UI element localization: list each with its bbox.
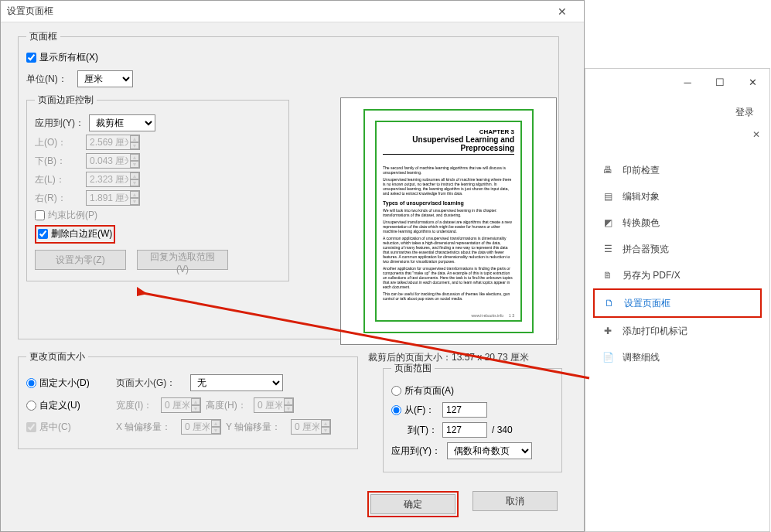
- apply-to-label: 应用到(Y)：: [35, 117, 84, 130]
- page-box-group: 页面框 显示所有框(X) 单位(N)： 厘米 页面边距控制: [18, 30, 559, 339]
- menu-save-pdfx[interactable]: 🗎 另存为 PDF/X: [593, 262, 762, 288]
- menu-label: 转换颜色: [623, 217, 660, 230]
- yoff-label: Y 轴偏移量：: [226, 421, 286, 434]
- margin-legend: 页面边距控制: [35, 94, 97, 107]
- set-zero-button[interactable]: 设置为零(Z): [35, 250, 126, 270]
- constrain-input[interactable]: [35, 210, 45, 220]
- saveas-icon: 🗎: [601, 268, 615, 282]
- close-icon[interactable]: ✕: [547, 5, 578, 18]
- width-spinner[interactable]: ▲▼: [161, 397, 201, 413]
- to-label: 到(T)：: [391, 424, 438, 437]
- change-page-size-group: 更改页面大小 固定大小(D) 页面大小(G)： 无 自定义(U) 宽度(I)：: [18, 350, 358, 449]
- menu-printer-marks[interactable]: ✚ 添加打印机标记: [593, 318, 762, 344]
- tools-panel: ─ ☐ ✕ 登录 ✕ 🖶 印前检查 ▤ 编辑对象 ◩ 转换颜色 ☰ 拼合器预览 …: [585, 68, 770, 532]
- tools-menu: 🖶 印前检查 ▤ 编辑对象 ◩ 转换颜色 ☰ 拼合器预览 🗎 另存为 PDF/X…: [585, 151, 769, 377]
- minimize-btn[interactable]: ─: [677, 73, 698, 90]
- panel-sub: 登录: [585, 95, 769, 129]
- menu-flattener-preview[interactable]: ☰ 拼合器预览: [593, 236, 762, 262]
- preview-h2: Types of unsupervised learning: [383, 200, 514, 206]
- range-apply-label: 应用到(Y)：: [391, 445, 442, 458]
- maximize-btn[interactable]: ☐: [709, 73, 731, 90]
- marks-icon: ✚: [601, 324, 615, 338]
- remove-white-highlight: 删除白边距(W): [35, 225, 115, 244]
- menu-fix-hairlines[interactable]: 📄 调整细线: [593, 344, 762, 370]
- width-label: 宽度(I)：: [116, 399, 156, 412]
- menu-label: 印前检查: [623, 164, 660, 177]
- change-size-legend: 更改页面大小: [26, 350, 88, 363]
- page-range-legend: 页面范围: [391, 362, 435, 375]
- menu-set-page-boxes[interactable]: 🗋 设置页面框: [593, 288, 762, 318]
- margin-control-group: 页面边距控制 应用到(Y)： 裁剪框 上(O)： ▲▼: [26, 94, 289, 281]
- page-size-label: 页面大小(G)：: [116, 377, 186, 390]
- close-btn[interactable]: ✕: [742, 73, 763, 90]
- unit-select[interactable]: 厘米: [77, 70, 133, 87]
- show-all-boxes-input[interactable]: [26, 53, 36, 63]
- apply-to-select[interactable]: 裁剪框: [89, 114, 155, 131]
- ok-highlight: 确定: [367, 491, 459, 517]
- menu-label: 添加打印机标记: [623, 325, 687, 338]
- menu-label: 编辑对象: [623, 190, 660, 203]
- remove-white-margins-checkbox[interactable]: 删除白边距(W): [38, 227, 112, 240]
- page-box-legend: 页面框: [26, 30, 60, 43]
- from-radio[interactable]: 从(F)：: [391, 404, 438, 417]
- page-size-select[interactable]: 无: [190, 374, 283, 391]
- window-controls: ─ ☐ ✕: [585, 69, 769, 95]
- left-label: 左(L)：: [35, 173, 81, 186]
- right-label: 右(R)：: [35, 192, 81, 205]
- login-link[interactable]: 登录: [735, 106, 754, 119]
- remove-white-input[interactable]: [38, 229, 48, 239]
- flatten-icon: ☰: [601, 242, 615, 256]
- preview-area: CHAPTER 3 Unsupervised Learning and Prep…: [325, 97, 572, 364]
- preview-chapter: CHAPTER 3: [383, 128, 514, 135]
- height-label: 高度(H)：: [206, 399, 249, 412]
- color-icon: ◩: [601, 216, 615, 230]
- from-input[interactable]: [442, 402, 487, 418]
- constrain-checkbox[interactable]: 约束比例(P): [35, 209, 97, 222]
- all-pages-radio[interactable]: 所有页面(A): [391, 384, 454, 397]
- printer-icon: 🖶: [601, 163, 615, 177]
- titlebar: 设置页面框 ✕: [1, 1, 584, 22]
- dialog-title: 设置页面框: [7, 5, 53, 18]
- preview-page-title: Unsupervised Learning and Preprocessing: [383, 135, 514, 155]
- menu-label: 另存为 PDF/X: [623, 269, 681, 282]
- page-preview: CHAPTER 3 Unsupervised Learning and Prep…: [340, 97, 557, 345]
- panel-close-row: ✕: [585, 129, 769, 151]
- edit-icon: ▤: [601, 189, 615, 203]
- hairline-icon: 📄: [601, 350, 615, 364]
- menu-preflight[interactable]: 🖶 印前检查: [593, 157, 762, 183]
- left-spinner[interactable]: ▲▼: [86, 172, 140, 187]
- center-checkbox[interactable]: 居中(C): [26, 421, 111, 434]
- yoff-spinner[interactable]: ▲▼: [291, 419, 331, 435]
- menu-label: 拼合器预览: [623, 243, 669, 256]
- unit-label: 单位(N)：: [26, 73, 73, 86]
- panel-close-icon[interactable]: ✕: [752, 129, 760, 151]
- menu-label: 调整细线: [623, 351, 660, 364]
- height-spinner[interactable]: ▲▼: [254, 397, 294, 413]
- to-input[interactable]: [442, 422, 487, 438]
- ok-button[interactable]: 确定: [370, 494, 455, 514]
- top-spinner[interactable]: ▲▼: [86, 135, 140, 150]
- pagebox-icon: 🗋: [602, 296, 616, 310]
- cancel-button[interactable]: 取消: [472, 491, 558, 511]
- total-pages: / 340: [492, 425, 513, 435]
- menu-edit-object[interactable]: ▤ 编辑对象: [593, 183, 762, 210]
- xoff-spinner[interactable]: ▲▼: [181, 419, 221, 435]
- set-page-boxes-dialog: 设置页面框 ✕ 页面框 显示所有框(X) 单位(N)： 厘米: [0, 0, 585, 532]
- revert-button[interactable]: 回复为选取范围(V): [137, 250, 228, 270]
- menu-label: 设置页面框: [624, 297, 670, 310]
- custom-size-radio[interactable]: 自定义(U): [26, 399, 111, 412]
- menu-convert-color[interactable]: ◩ 转换颜色: [593, 210, 762, 236]
- top-label: 上(O)：: [35, 136, 81, 149]
- dialog-footer: 确定 取消: [367, 491, 558, 517]
- bottom-spinner[interactable]: ▲▼: [86, 153, 140, 169]
- right-spinner[interactable]: ▲▼: [86, 190, 140, 206]
- fixed-size-radio[interactable]: 固定大小(D): [26, 377, 111, 390]
- bottom-label: 下(B)：: [35, 155, 81, 168]
- range-apply-select[interactable]: 偶数和奇数页: [447, 442, 532, 459]
- show-all-boxes-checkbox[interactable]: 显示所有框(X): [26, 51, 98, 64]
- page-range-group: 页面范围 所有页面(A) 从(F)： 到(T)： / 340 应用到(Y)：: [383, 362, 562, 472]
- xoff-label: X 轴偏移量：: [116, 421, 176, 434]
